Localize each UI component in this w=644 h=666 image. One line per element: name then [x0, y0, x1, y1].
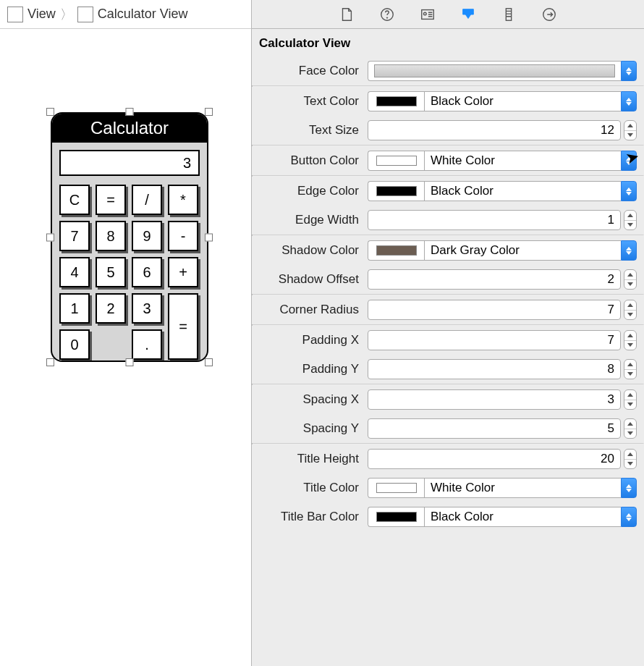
padding-x-stepper[interactable]: [624, 330, 637, 350]
key-dot[interactable]: .: [132, 329, 162, 360]
breadcrumb-item-2[interactable]: Calculator View: [98, 7, 188, 22]
key-clear[interactable]: C: [59, 185, 90, 215]
label-title-height: Title Height: [252, 452, 368, 466]
spacing-y-input[interactable]: 5: [368, 418, 621, 439]
text-color-dropdown[interactable]: [621, 91, 637, 111]
key-multiply[interactable]: *: [168, 185, 198, 215]
edge-width-stepper[interactable]: [624, 210, 637, 230]
key-2[interactable]: 2: [96, 293, 126, 324]
svg-point-1: [386, 17, 387, 17]
file-icon[interactable]: [339, 7, 355, 22]
identity-icon[interactable]: [420, 7, 436, 22]
svg-point-3: [424, 12, 427, 15]
resize-handle[interactable]: [205, 358, 213, 366]
text-size-stepper[interactable]: [624, 120, 637, 140]
text-color-select[interactable]: Black Color: [424, 91, 621, 111]
label-face-color: Face Color: [252, 64, 368, 78]
label-title-color: Title Color: [252, 481, 368, 495]
selected-view[interactable]: Calculator 3 C = / * 7 8 9 - 4: [51, 112, 208, 362]
edge-width-input[interactable]: 1: [368, 210, 621, 230]
label-shadow-offset: Shadow Offset: [252, 272, 368, 287]
padding-y-input[interactable]: 8: [368, 359, 621, 379]
resize-handle[interactable]: [46, 108, 54, 116]
key-3[interactable]: 3: [132, 293, 162, 324]
label-shadow-color: Shadow Color: [252, 243, 368, 258]
calculator-keypad: C = / * 7 8 9 - 4 5 6 + 1: [59, 185, 200, 360]
canvas-area[interactable]: Calculator 3 C = / * 7 8 9 - 4: [0, 29, 251, 666]
padding-x-input[interactable]: 7: [368, 330, 621, 350]
shadow-color-dropdown[interactable]: [621, 240, 637, 261]
label-title-bar-color: Title Bar Color: [252, 510, 368, 524]
key-minus[interactable]: -: [168, 221, 198, 251]
calculator-view[interactable]: Calculator 3 C = / * 7 8 9 - 4: [51, 112, 208, 362]
label-text-size: Text Size: [252, 123, 368, 138]
resize-handle[interactable]: [205, 108, 213, 116]
key-0[interactable]: 0: [59, 329, 90, 360]
key-4[interactable]: 4: [59, 257, 90, 287]
key-6[interactable]: 6: [132, 257, 162, 287]
key-5[interactable]: 5: [96, 257, 126, 287]
corner-radius-input[interactable]: 7: [368, 300, 621, 320]
key-9[interactable]: 9: [132, 221, 162, 251]
spacing-y-stepper[interactable]: [624, 418, 637, 439]
shadow-offset-input[interactable]: 2: [368, 269, 621, 290]
resize-handle[interactable]: [126, 108, 134, 116]
label-padding-x: Padding X: [252, 333, 368, 347]
face-color-dropdown[interactable]: [621, 61, 637, 81]
key-plus[interactable]: +: [168, 257, 198, 287]
title-bar-color-select[interactable]: Black Color: [424, 507, 621, 527]
key-equals[interactable]: =: [96, 185, 126, 215]
inspector-toolbar: [252, 0, 644, 29]
edge-color-select[interactable]: Black Color: [424, 181, 621, 201]
padding-y-stepper[interactable]: [624, 359, 637, 379]
calculator-display: 3: [59, 150, 200, 176]
label-edge-width: Edge Width: [252, 213, 368, 227]
resize-handle[interactable]: [205, 233, 213, 241]
face-color-well[interactable]: [368, 61, 621, 81]
key-7[interactable]: 7: [59, 221, 90, 251]
size-icon[interactable]: [501, 7, 517, 22]
key-1[interactable]: 1: [59, 293, 90, 324]
resize-handle[interactable]: [126, 358, 134, 366]
button-color-well[interactable]: [368, 151, 424, 171]
button-color-select[interactable]: White Color: [424, 151, 621, 171]
corner-radius-stepper[interactable]: [624, 300, 637, 320]
inspector-title: Calculator View: [252, 29, 644, 56]
label-edge-color: Edge Color: [252, 184, 368, 198]
label-spacing-x: Spacing X: [252, 392, 368, 407]
shadow-color-well[interactable]: [368, 240, 424, 261]
title-bar-color-dropdown[interactable]: [621, 507, 637, 527]
text-color-well[interactable]: [368, 91, 424, 111]
shadow-offset-stepper[interactable]: [624, 269, 637, 290]
title-height-stepper[interactable]: [624, 449, 637, 469]
title-color-well[interactable]: [368, 478, 424, 498]
key-divide[interactable]: /: [132, 185, 162, 215]
title-bar-color-well[interactable]: [368, 507, 424, 527]
label-spacing-y: Spacing Y: [252, 421, 368, 436]
text-size-input[interactable]: 12: [368, 120, 621, 140]
label-corner-radius: Corner Radius: [252, 303, 368, 317]
label-button-color: Button Color: [252, 153, 368, 168]
spacing-x-input[interactable]: 3: [368, 389, 621, 410]
label-text-color: Text Color: [252, 94, 368, 109]
title-color-select[interactable]: White Color: [424, 478, 621, 498]
key-equals-tall[interactable]: =: [168, 293, 198, 360]
breadcrumb-icon: [77, 7, 93, 22]
breadcrumb-icon: [7, 7, 23, 22]
title-height-input[interactable]: 20: [368, 449, 621, 469]
title-color-dropdown[interactable]: [621, 478, 637, 498]
resize-handle[interactable]: [46, 233, 54, 241]
help-icon[interactable]: [379, 7, 395, 22]
connections-icon[interactable]: [541, 7, 557, 22]
resize-handle[interactable]: [46, 358, 54, 366]
breadcrumb: View 〉 Calculator View: [0, 0, 251, 29]
edge-color-dropdown[interactable]: [621, 181, 637, 201]
spacing-x-stepper[interactable]: [624, 389, 637, 410]
key-8[interactable]: 8: [96, 221, 126, 251]
edge-color-well[interactable]: [368, 181, 424, 201]
shadow-color-select[interactable]: Dark Gray Color: [424, 240, 621, 261]
button-color-dropdown[interactable]: [621, 151, 637, 171]
attributes-icon[interactable]: [460, 7, 476, 22]
breadcrumb-item-1[interactable]: View: [27, 7, 56, 22]
label-padding-y: Padding Y: [252, 362, 368, 376]
